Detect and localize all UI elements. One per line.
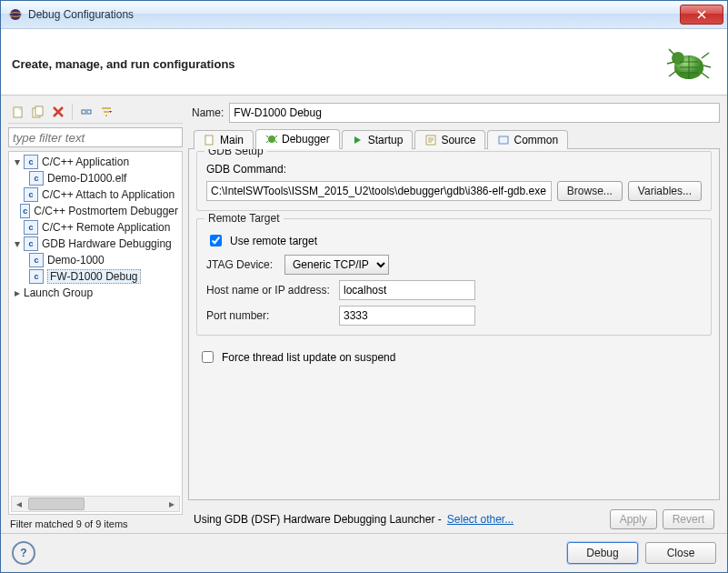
debugger-tab-icon: [265, 133, 278, 146]
tab-main[interactable]: Main: [194, 130, 254, 149]
host-label: Host name or IP address:: [206, 284, 334, 297]
svg-rect-7: [35, 106, 43, 116]
tab-label: Debugger: [282, 133, 330, 146]
duplicate-config-icon[interactable]: [30, 104, 46, 120]
common-tab-icon: [497, 134, 510, 146]
tab-debugger[interactable]: Debugger: [255, 129, 340, 149]
left-pane: ▾cC/C++ Application cDemo-D1000.elf cC/C…: [8, 101, 183, 529]
source-tab-icon: [424, 134, 437, 146]
horizontal-scrollbar[interactable]: ◂ ▸: [11, 496, 180, 512]
tree-item[interactable]: ▾cC/C++ Application: [11, 154, 180, 170]
tree-item[interactable]: cDemo-1000: [11, 252, 180, 268]
tab-source[interactable]: Source: [414, 130, 485, 149]
tree-label: C/C++ Postmortem Debugger: [34, 205, 178, 217]
gdb-command-label: GDB Command:: [206, 163, 702, 176]
use-remote-checkbox[interactable]: [210, 235, 222, 246]
host-input[interactable]: [339, 280, 475, 300]
close-button[interactable]: Close: [645, 542, 716, 564]
right-pane: Name: Main Debugger Startup S: [188, 101, 720, 529]
browse-button[interactable]: Browse...: [557, 181, 623, 201]
window-title: Debug Configurations: [28, 8, 134, 21]
use-remote-checkbox-row: Use remote target: [206, 232, 702, 249]
svg-point-0: [10, 9, 21, 20]
window-close-button[interactable]: [680, 5, 723, 25]
tree-item[interactable]: cC/C++ Attach to Application: [11, 186, 180, 203]
tree-label: C/C++ Application: [42, 156, 129, 168]
tab-label: Source: [441, 134, 475, 146]
left-toolbar: [8, 101, 183, 124]
apply-button[interactable]: Apply: [610, 509, 657, 529]
collapse-all-icon[interactable]: [78, 104, 95, 120]
body: ▾cC/C++ Application cDemo-D1000.elf cC/C…: [1, 96, 727, 534]
toolbar-separator: [72, 104, 73, 120]
tab-common[interactable]: Common: [487, 130, 568, 149]
tree-item[interactable]: cDemo-D1000.elf: [11, 170, 180, 186]
delete-config-icon[interactable]: [50, 104, 66, 120]
scroll-left-icon[interactable]: ◂: [12, 498, 26, 510]
tree-item[interactable]: cC/C++ Remote Application: [11, 219, 180, 236]
select-other-link[interactable]: Select other...: [447, 513, 514, 526]
scroll-right-icon[interactable]: ▸: [165, 498, 179, 510]
gdb-setup-group: GDB Setup GDB Command: Browse... Variabl…: [196, 151, 712, 211]
port-input[interactable]: [339, 306, 475, 326]
launcher-row: Using GDB (DSF) Hardware Debugging Launc…: [188, 500, 720, 529]
debug-button[interactable]: Debug: [567, 542, 638, 564]
tree-item[interactable]: cC/C++ Postmortem Debugger: [11, 203, 180, 219]
tree-item-selected[interactable]: cFW-D1000 Debug: [11, 268, 180, 285]
tab-startup[interactable]: Startup: [342, 130, 414, 149]
tree-label: Demo-1000: [47, 254, 105, 266]
titlebar: Debug Configurations: [1, 1, 727, 29]
tree-label: Demo-D1000.elf: [47, 172, 126, 185]
main-tab-icon: [204, 134, 216, 146]
tab-body: GDB Setup GDB Command: Browse... Variabl…: [188, 149, 720, 500]
gdb-command-input[interactable]: [206, 181, 552, 201]
filter-input[interactable]: [8, 127, 183, 147]
tree-item[interactable]: ▾cGDB Hardware Debugging: [11, 236, 180, 252]
svg-point-10: [268, 136, 275, 143]
name-label: Name:: [192, 106, 224, 119]
group-title: GDB Setup: [204, 149, 267, 157]
launcher-text: Using GDB (DSF) Hardware Debugging Launc…: [194, 513, 442, 526]
new-config-icon[interactable]: [10, 104, 26, 120]
footer: ? Debug Close: [1, 534, 727, 572]
bug-icon: [662, 42, 713, 85]
force-thread-checkbox[interactable]: [202, 351, 214, 363]
revert-button[interactable]: Revert: [663, 509, 714, 529]
use-remote-label: Use remote target: [230, 235, 317, 247]
config-tree[interactable]: ▾cC/C++ Application cDemo-D1000.elf cC/C…: [8, 151, 183, 515]
tab-bar: Main Debugger Startup Source Common: [188, 128, 720, 149]
tree-item[interactable]: ▸Launch Group: [11, 285, 180, 301]
jtag-select[interactable]: Generic TCP/IP: [284, 255, 389, 275]
filter-icon[interactable]: [98, 104, 115, 120]
force-thread-row: Force thread list update on suspend: [198, 348, 712, 366]
dialog-window: Debug Configurations Create, manage, and…: [0, 0, 728, 573]
header-banner: Create, manage, and run configurations: [1, 29, 727, 96]
tree-label: C/C++ Attach to Application: [42, 188, 175, 201]
svg-rect-12: [499, 136, 508, 144]
tree-label: Launch Group: [24, 286, 93, 299]
scroll-thumb[interactable]: [28, 498, 85, 510]
tree-label: FW-D1000 Debug: [47, 269, 141, 284]
header-title: Create, manage, and run configurations: [12, 57, 235, 71]
svg-rect-9: [205, 136, 213, 145]
remote-target-group: Remote Target Use remote target JTAG Dev…: [196, 218, 712, 336]
filter-status: Filter matched 9 of 9 items: [8, 515, 183, 529]
name-input[interactable]: [229, 103, 720, 123]
jtag-label: JTAG Device:: [206, 258, 279, 271]
tree-label: C/C++ Remote Application: [42, 221, 170, 234]
eclipse-icon: [8, 7, 23, 22]
variables-button[interactable]: Variables...: [628, 181, 702, 201]
tab-label: Common: [514, 134, 558, 146]
startup-tab-icon: [352, 134, 364, 146]
tab-label: Startup: [368, 134, 404, 146]
force-thread-label: Force thread list update on suspend: [222, 351, 395, 364]
group-title: Remote Target: [204, 212, 284, 225]
name-row: Name:: [188, 101, 720, 128]
tree-label: GDB Hardware Debugging: [42, 237, 172, 250]
help-icon[interactable]: ?: [12, 541, 35, 565]
port-label: Port number:: [206, 309, 334, 322]
tab-label: Main: [220, 134, 244, 146]
